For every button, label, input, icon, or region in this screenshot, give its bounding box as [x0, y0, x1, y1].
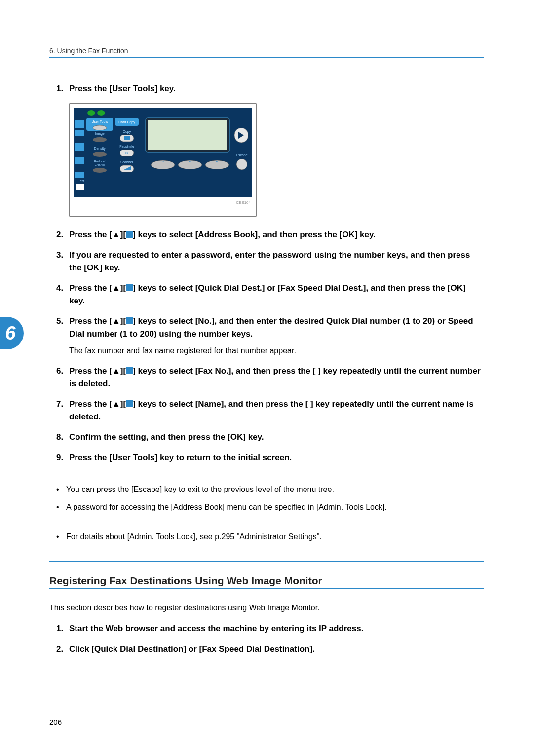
svg-rect-18 — [124, 136, 130, 140]
svg-text:Facsimile: Facsimile — [119, 145, 134, 148]
step-item: 3. If you are requested to enter a passw… — [49, 249, 484, 274]
bullet-icon: • — [56, 531, 66, 543]
svg-text:ert: ert — [80, 179, 84, 183]
svg-text:✉: ✉ — [125, 151, 128, 155]
page-number: 206 — [49, 718, 62, 726]
header-rule — [49, 57, 484, 58]
step-text: Press the [▲][] keys to select [Name], a… — [69, 398, 484, 423]
svg-text:Reduce/: Reduce/ — [94, 160, 106, 163]
step-item: 5. Press the [▲][] keys to select [No.],… — [49, 315, 484, 357]
svg-point-11 — [93, 125, 107, 130]
step-item: 1. Press the [User Tools] key. — [49, 82, 484, 95]
step-item: 9. Press the [User Tools] key to return … — [49, 452, 484, 464]
section-heading: Registering Fax Destinations Using Web I… — [49, 575, 484, 587]
svg-rect-3 — [75, 130, 84, 136]
step-subtext: The fax number and fax name registered f… — [69, 345, 484, 357]
section-intro: This section describes how to register d… — [49, 604, 484, 612]
svg-text:Scanner: Scanner — [120, 160, 134, 164]
svg-rect-2 — [75, 120, 84, 128]
step-item: 4. Press the [▲][] keys to select [Quick… — [49, 282, 484, 307]
step-item: 2. Click [Quick Dial Destination] or [Fa… — [49, 643, 484, 656]
step-text: Press the [User Tools] key. — [69, 82, 484, 95]
down-key-icon — [126, 367, 133, 374]
svg-point-7 — [87, 110, 95, 116]
step-number: 7. — [56, 398, 69, 423]
svg-text:Escape: Escape — [236, 153, 247, 157]
reference-text: For details about [Admin. Tools Lock], s… — [66, 531, 484, 543]
step-item: 7. Press the [▲][] keys to select [Name]… — [49, 398, 484, 423]
svg-rect-4 — [75, 143, 84, 151]
down-key-icon — [126, 231, 133, 238]
step-text: Click [Quick Dial Destination] or [Fax S… — [69, 643, 484, 656]
svg-point-26 — [93, 168, 107, 173]
svg-point-41 — [236, 159, 247, 170]
step-number: 1. — [56, 622, 69, 635]
step-number: 2. — [56, 643, 69, 656]
bullet-icon: • — [56, 484, 66, 495]
svg-rect-6 — [75, 172, 84, 178]
note-item: • A password for accessing the [Address … — [49, 501, 484, 513]
step-number: 8. — [56, 431, 69, 444]
svg-point-20 — [93, 152, 107, 157]
section-heading-block: Registering Fax Destinations Using Web I… — [49, 561, 484, 589]
svg-text:CES164: CES164 — [236, 200, 251, 205]
svg-rect-32 — [148, 120, 227, 150]
down-key-icon — [126, 284, 133, 291]
svg-point-15 — [93, 137, 107, 142]
section-rule-top — [49, 561, 484, 562]
svg-text:Card Copy: Card Copy — [118, 120, 135, 124]
step-number: 1. — [56, 82, 69, 95]
svg-text:Density: Density — [94, 147, 106, 151]
svg-rect-5 — [75, 157, 84, 164]
step-item: 1. Start the Web browser and access the … — [49, 622, 484, 635]
svg-text:User Tools: User Tools — [92, 120, 108, 123]
svg-point-8 — [97, 110, 105, 116]
control-panel-illustration: User Tools Card Copy Image Copy Density … — [69, 103, 484, 219]
step-text: Press the [▲][] keys to select [No.], an… — [69, 315, 484, 357]
step-number: 6. — [56, 365, 69, 390]
svg-text:Image: Image — [95, 132, 105, 136]
step-number: 3. — [56, 249, 69, 274]
svg-text:Enlarge: Enlarge — [95, 163, 105, 166]
note-text: You can press the [Escape] key to exit t… — [66, 484, 484, 495]
bullet-icon: • — [56, 501, 66, 513]
note-item: • You can press the [Escape] key to exit… — [49, 484, 484, 495]
svg-rect-30 — [76, 184, 84, 190]
step-item: 8. Confirm the setting, and then press t… — [49, 431, 484, 444]
note-text: A password for accessing the [Address Bo… — [66, 501, 484, 513]
down-key-icon — [126, 400, 133, 407]
down-key-icon — [126, 317, 133, 324]
step-number: 5. — [56, 315, 69, 357]
step-text: If you are requested to enter a password… — [69, 249, 484, 274]
step-text: Press the [User Tools] key to return to … — [69, 452, 484, 464]
step-number: 2. — [56, 228, 69, 241]
step-number: 4. — [56, 282, 69, 307]
step-text: Start the Web browser and access the mac… — [69, 622, 484, 635]
step-text: Press the [▲][] keys to select [Quick Di… — [69, 282, 484, 307]
section-rule-bottom — [49, 588, 484, 589]
svg-text:⌄: ⌄ — [161, 158, 165, 163]
step-item: 6. Press the [▲][] keys to select [Fax N… — [49, 365, 484, 390]
step-text: Press the [▲][] keys to select [Address … — [69, 228, 484, 241]
svg-text:Copy: Copy — [123, 130, 131, 134]
reference-item: • For details about [Admin. Tools Lock],… — [49, 531, 484, 543]
step-item: 2. Press the [▲][] keys to select [Addre… — [49, 228, 484, 241]
step-text: Press the [▲][] keys to select [Fax No.]… — [69, 365, 484, 390]
chapter-header: 6. Using the Fax Function — [49, 47, 484, 55]
svg-text:⌄: ⌄ — [188, 158, 192, 163]
step-text: Confirm the setting, and then press the … — [69, 431, 484, 444]
step-number: 9. — [56, 452, 69, 464]
svg-text:⌄: ⌄ — [215, 158, 219, 163]
